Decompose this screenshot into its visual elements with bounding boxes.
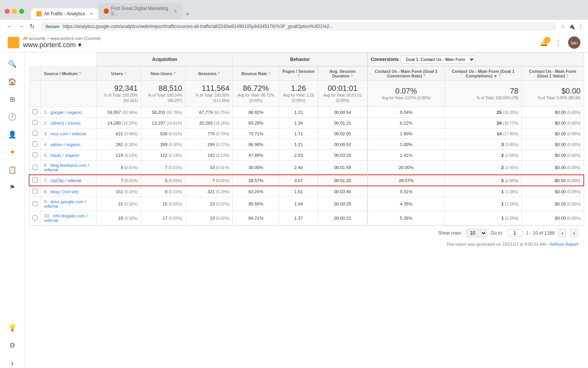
sessions-help-icon[interactable]: ? [218,72,220,76]
acquisition-header: Acquisition [96,53,232,67]
sidebar-item-settings[interactable]: ⚙ [5,338,20,353]
minimize-button[interactable] [12,9,17,14]
ga-property: www.portent.com ▾ [23,41,101,49]
source-link-6[interactable]: UpCity / referral [51,178,82,183]
analytics-favicon [36,11,42,16]
new-users-help-icon[interactable]: ? [173,72,176,76]
row-conv-1: 0.12% [368,118,445,128]
sidebar-item-realtime[interactable]: 🕐 [5,109,20,125]
table-row: 6. blog.feedspot.com / referral 8 (0.01%… [29,161,584,175]
sidebar-item-expand[interactable]: › [5,355,20,368]
sidebar-item-acquisition[interactable]: ✦ [5,145,20,160]
source-link-7[interactable]: blog / (not set) [51,189,79,194]
goal-value-help-icon[interactable]: ? [566,74,568,78]
notification-badge: 4 [544,37,550,43]
back-button[interactable]: ← [5,22,15,31]
source-link-3[interactable]: yahoo / organic [51,142,81,147]
sidebar-item-behavior[interactable]: 📋 [5,162,20,177]
sidebar-item-dashboard[interactable]: ⊞ [5,92,20,107]
sidebar-item-home[interactable]: 🏠 [5,74,20,89]
bookmark-icon[interactable]: ☆ [560,23,565,30]
checkbox-8[interactable] [33,201,38,206]
refresh-report-link[interactable]: Refresh Report [549,242,578,246]
checkbox-1[interactable] [33,120,38,125]
rows-per-page-select[interactable]: 10 25 50 100 [466,229,487,237]
checkbox-6[interactable] [33,177,38,182]
source-link-1[interactable]: (direct) / (none) [51,121,81,125]
menu-icon[interactable]: ⋮ [578,23,583,30]
bounce-help-icon[interactable]: ? [268,72,271,76]
source-link-8[interactable]: docs.google.com / referral [44,199,86,209]
source-link-0[interactable]: google / organic [51,110,82,115]
next-page-button[interactable]: › [570,229,578,237]
checkbox-2[interactable] [33,131,38,136]
row-source-4: 5. baidu / organic [41,150,97,161]
property-dropdown-icon[interactable]: ▾ [78,41,82,49]
row-checkbox-8[interactable] [29,197,41,211]
row-bounce-0: 88.82% [233,107,279,118]
sidebar-item-conversions[interactable]: ⚑ [5,180,20,195]
checkbox-5[interactable] [33,165,38,170]
tab-analytics[interactable]: All Traffic - Analytics ✕ [31,8,98,19]
tab-portent-close[interactable]: ✕ [174,9,177,14]
checkbox-7[interactable] [33,189,38,194]
conv-rate-help-icon[interactable]: ? [423,74,425,78]
pages-help-icon[interactable]: ? [297,74,300,78]
show-rows-label: Show rows: [438,230,462,236]
sidebar-item-search[interactable]: 🔍 [5,56,20,72]
row-checkbox-0[interactable] [29,107,41,118]
sidebar-item-audience[interactable]: 👤 [5,127,20,142]
row-checkbox-2[interactable] [29,128,41,139]
extensions-icon[interactable]: 🔌 [568,23,575,30]
row-checkbox-5[interactable] [29,161,41,175]
checkbox-9[interactable] [33,215,38,220]
tab-analytics-close[interactable]: ✕ [90,12,93,16]
total-goal-value: $0.00 [525,87,580,95]
row-checkbox-4[interactable] [29,150,41,161]
row-new-users-9: 17 (0.02%) [141,211,185,225]
total-avg-sub: Avg for View: 00:01:01 (0.00%) [321,93,364,104]
more-options-icon[interactable]: ⋮ [554,38,562,47]
new-tab-button[interactable]: + [183,9,192,19]
pagination-row: Show rows: 10 25 50 100 Go to: 1 - 10 of… [29,225,584,240]
checkbox-3[interactable] [33,141,38,146]
row-checkbox-1[interactable] [29,118,41,128]
sessions-header: Sessions ? [185,66,233,81]
completions-help-icon[interactable]: ? [499,74,501,78]
source-help-icon[interactable]: ? [79,72,81,76]
maximize-button[interactable] [19,9,24,14]
address-box[interactable]: Secure https://analytics.google.com/anal… [40,22,557,31]
row-completions-1: 24 (30.77%) [445,118,522,128]
goal-dropdown[interactable]: Goal 1: Contact Us - Main Form [401,55,475,64]
row-avg-9: 00:00:21 [318,211,368,225]
prev-page-button[interactable]: ‹ [559,229,567,237]
close-button[interactable] [5,9,10,14]
source-link-2[interactable]: moz.com / referral [51,131,86,136]
row-checkbox-9[interactable] [29,211,41,225]
row-num-9: 10. [44,214,52,218]
row-checkbox-6[interactable] [29,175,41,186]
completions-header[interactable]: Contact Us - Main Form (Goal 1 Completio… [445,66,522,81]
checkbox-0[interactable] [33,109,38,114]
user-avatar[interactable]: Ian [568,36,580,49]
row-avg-3: 00:00:52 [318,139,368,150]
tab-portent[interactable]: Find Great Digital Marketing S... ✕ [98,3,183,19]
total-bounce-rate: 86.72% [236,84,276,93]
total-pages-sub: Avg for View: 1.26 (0.00%) [282,93,315,104]
source-link-5[interactable]: blog.feedspot.com / referral [44,163,89,172]
reload-button[interactable]: ↻ [28,22,36,31]
row-bounce-9: 84.21% [233,211,279,225]
checkbox-4[interactable] [33,152,38,157]
users-help-icon[interactable]: ? [124,72,126,76]
avg-session-help-icon[interactable]: ? [351,74,353,78]
sidebar-item-lightbulb[interactable]: 💡 [5,320,20,335]
row-sessions-8: 23 (0.02%) [185,197,233,211]
source-link-4[interactable]: baidu / organic [51,153,79,158]
nav-buttons: ← → ↻ [5,22,36,31]
notification-bell[interactable]: 🔔 4 [540,38,548,47]
forward-button[interactable]: → [16,22,26,31]
row-checkbox-7[interactable] [29,186,41,197]
goto-input[interactable] [507,229,523,237]
row-checkbox-3[interactable] [29,139,41,150]
ga-header: All accounts > www.portent.com (Current)… [0,33,588,53]
